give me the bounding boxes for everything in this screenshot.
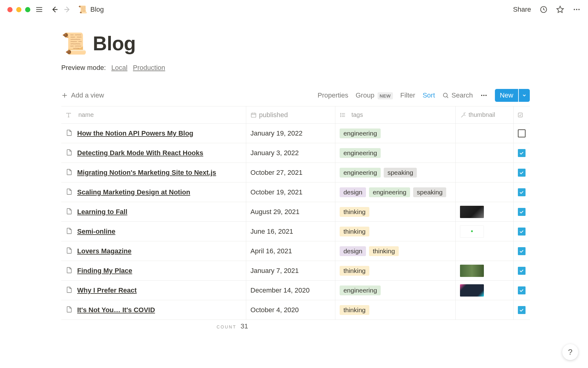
favorite-icon[interactable]	[556, 6, 564, 13]
tag-thinking[interactable]: thinking	[340, 227, 369, 236]
page-title-link[interactable]: Why I Prefer React	[77, 286, 137, 294]
checkbox[interactable]	[518, 129, 526, 137]
published-cell[interactable]: April 16, 2021	[246, 241, 336, 261]
search-button[interactable]: Search	[442, 91, 473, 99]
page-title-link[interactable]: It's Not You… It's COVID	[77, 306, 155, 314]
table-row[interactable]: Semi-online June 16, 2021 thinking	[61, 222, 530, 241]
published-cell[interactable]: January 3, 2022	[246, 143, 336, 163]
close-window-button[interactable]	[7, 7, 13, 12]
tag-engineering[interactable]: engineering	[340, 168, 381, 178]
thumbnail-image[interactable]	[460, 265, 484, 277]
preview-local-link[interactable]: Local	[111, 64, 128, 72]
column-header-published[interactable]: published	[246, 106, 336, 123]
thumbnail-cell[interactable]	[456, 222, 514, 241]
checkbox[interactable]	[518, 149, 526, 157]
tag-speaking[interactable]: speaking	[413, 187, 446, 197]
thumbnail-cell[interactable]	[456, 182, 514, 202]
new-button[interactable]: New	[495, 89, 518, 102]
page-title-link[interactable]: Detecting Dark Mode With React Hooks	[77, 149, 203, 157]
updates-icon[interactable]	[540, 6, 548, 13]
column-header-name[interactable]: name	[61, 106, 246, 123]
tags-cell[interactable]: engineering	[335, 281, 456, 300]
filter-button[interactable]: Filter	[400, 91, 415, 99]
tag-thinking[interactable]: thinking	[369, 246, 398, 256]
properties-button[interactable]: Properties	[318, 91, 348, 99]
thumbnail-cell[interactable]	[456, 261, 514, 280]
sort-button[interactable]: Sort	[423, 91, 435, 99]
view-options-icon[interactable]	[480, 92, 488, 99]
tag-thinking[interactable]: thinking	[340, 207, 369, 217]
published-cell[interactable]: October 27, 2021	[246, 163, 336, 182]
tags-cell[interactable]: thinking	[335, 222, 456, 241]
table-row[interactable]: Learning to Fall August 29, 2021 thinkin…	[61, 202, 530, 222]
tag-design[interactable]: design	[340, 187, 366, 197]
tags-cell[interactable]: thinking	[335, 261, 456, 280]
published-cell[interactable]: December 14, 2020	[246, 281, 336, 300]
page-title-link[interactable]: Scaling Marketing Design at Notion	[77, 188, 190, 196]
published-cell[interactable]: October 19, 2021	[246, 182, 336, 202]
checkbox[interactable]	[518, 247, 526, 255]
checkbox[interactable]	[518, 188, 526, 196]
published-cell[interactable]: January 19, 2022	[246, 124, 336, 143]
breadcrumb[interactable]: 📜 Blog	[78, 5, 104, 14]
tag-speaking[interactable]: speaking	[384, 168, 417, 178]
thumbnail-cell[interactable]	[456, 163, 514, 182]
table-row[interactable]: Lovers Magazine April 16, 2021 designthi…	[61, 241, 530, 261]
thumbnail-cell[interactable]	[456, 281, 514, 300]
preview-production-link[interactable]: Production	[133, 64, 165, 72]
page-title-link[interactable]: How the Notion API Powers My Blog	[77, 129, 193, 137]
tag-thinking[interactable]: thinking	[340, 305, 369, 315]
checkbox[interactable]	[518, 286, 526, 294]
tags-cell[interactable]: designthinking	[335, 241, 456, 261]
tag-design[interactable]: design	[340, 246, 366, 256]
thumbnail-image[interactable]	[460, 225, 484, 238]
table-row[interactable]: Detecting Dark Mode With React Hooks Jan…	[61, 143, 530, 163]
checkbox[interactable]	[518, 306, 526, 314]
thumbnail-image[interactable]	[460, 206, 484, 218]
tags-cell[interactable]: engineeringspeaking	[335, 163, 456, 182]
checkbox[interactable]	[518, 228, 526, 236]
sidebar-toggle-icon[interactable]	[35, 6, 43, 13]
maximize-window-button[interactable]	[25, 7, 30, 12]
share-button[interactable]: Share	[513, 6, 531, 13]
thumbnail-cell[interactable]	[456, 241, 514, 261]
tag-engineering[interactable]: engineering	[340, 286, 381, 295]
thumbnail-cell[interactable]	[456, 300, 514, 320]
thumbnail-cell[interactable]	[456, 124, 514, 143]
tags-cell[interactable]: thinking	[335, 300, 456, 320]
tags-cell[interactable]: engineering	[335, 143, 456, 163]
nav-forward-icon[interactable]	[63, 6, 71, 13]
new-dropdown-icon[interactable]	[519, 89, 530, 102]
page-title-link[interactable]: Semi-online	[77, 228, 115, 236]
page-title-link[interactable]: Migrating Notion's Marketing Site to Nex…	[77, 169, 216, 177]
column-header-tags[interactable]: tags	[335, 106, 456, 123]
table-row[interactable]: How the Notion API Powers My Blog Januar…	[61, 124, 530, 143]
tag-engineering[interactable]: engineering	[369, 187, 410, 197]
tags-cell[interactable]: engineering	[335, 124, 456, 143]
page-title-link[interactable]: Learning to Fall	[77, 208, 127, 216]
table-row[interactable]: Scaling Marketing Design at Notion Octob…	[61, 182, 530, 202]
page-icon[interactable]: 📜	[61, 31, 87, 56]
group-button[interactable]: Group NEW	[356, 91, 393, 99]
tag-thinking[interactable]: thinking	[340, 266, 369, 276]
table-row[interactable]: It's Not You… It's COVID October 4, 2020…	[61, 300, 530, 320]
tag-engineering[interactable]: engineering	[340, 128, 381, 138]
table-row[interactable]: Migrating Notion's Marketing Site to Nex…	[61, 163, 530, 182]
tags-cell[interactable]: thinking	[335, 202, 456, 221]
table-row[interactable]: Why I Prefer React December 14, 2020 eng…	[61, 281, 530, 300]
tag-engineering[interactable]: engineering	[340, 148, 381, 158]
more-icon[interactable]	[573, 6, 581, 13]
minimize-window-button[interactable]	[16, 7, 21, 12]
page-title-link[interactable]: Lovers Magazine	[77, 247, 131, 255]
nav-back-icon[interactable]	[51, 6, 58, 13]
column-header-thumbnail[interactable]: thumbnail	[456, 106, 514, 123]
table-row[interactable]: Finding My Place January 7, 2021 thinkin…	[61, 261, 530, 281]
published-cell[interactable]: October 4, 2020	[246, 300, 336, 320]
add-view-button[interactable]: Add a view	[61, 91, 104, 99]
checkbox[interactable]	[518, 169, 526, 177]
tags-cell[interactable]: designengineeringspeaking	[335, 182, 456, 202]
checkbox[interactable]	[518, 208, 526, 216]
thumbnail-cell[interactable]	[456, 202, 514, 221]
published-cell[interactable]: August 29, 2021	[246, 202, 336, 221]
published-cell[interactable]: June 16, 2021	[246, 222, 336, 241]
